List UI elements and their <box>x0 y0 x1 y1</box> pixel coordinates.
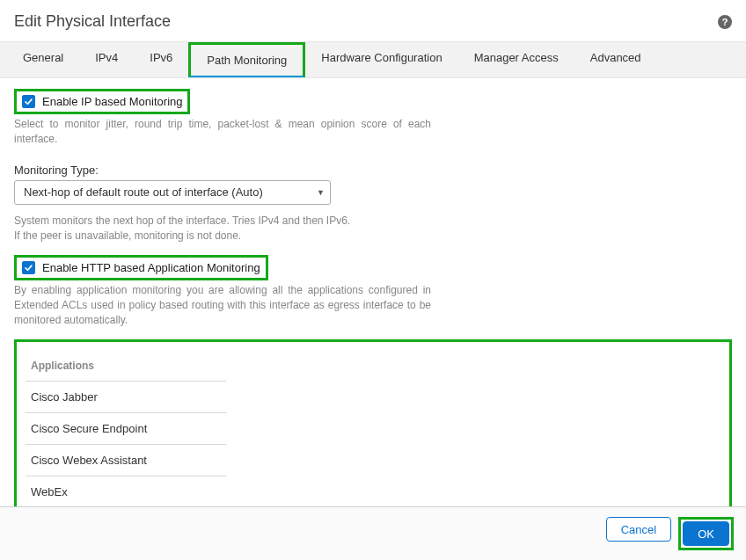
tab-hardware-configuration[interactable]: Hardware Configuration <box>305 42 457 77</box>
page-title: Edit Physical Interface <box>14 12 171 31</box>
ok-highlight: OK <box>678 517 734 550</box>
checkbox-icon <box>22 95 35 108</box>
tab-ipv4[interactable]: IPv4 <box>79 42 134 77</box>
tab-general[interactable]: General <box>7 42 79 77</box>
monitoring-type-value: Next-hop of default route out of interfa… <box>24 185 263 199</box>
table-row: WebEx <box>26 476 226 507</box>
monitoring-type-label: Monitoring Type: <box>14 164 732 177</box>
chevron-down-icon: ▼ <box>317 188 325 197</box>
table-row: Cisco Secure Endpoint <box>26 412 226 444</box>
monitoring-type-select[interactable]: Next-hop of default route out of interfa… <box>14 180 331 205</box>
help-icon[interactable]: ? <box>718 15 732 29</box>
app-name: Cisco Jabber <box>26 381 226 412</box>
enable-http-monitoring-label: Enable HTTP based Application Monitoring <box>42 261 260 274</box>
path-monitoring-pane: Enable IP based Monitoring Select to mon… <box>0 78 746 560</box>
cancel-button[interactable]: Cancel <box>606 517 671 542</box>
tab-advanced[interactable]: Advanced <box>574 42 657 77</box>
enable-ip-help-text: Select to monitor jitter, round trip tim… <box>14 117 431 148</box>
tab-ipv6[interactable]: IPv6 <box>134 42 188 77</box>
tab-bar: General IPv4 IPv6 Path Monitoring Hardwa… <box>0 41 746 78</box>
checkbox-icon <box>22 261 35 274</box>
enable-http-help-text: By enabling application monitoring you a… <box>14 283 431 329</box>
dialog-header: Edit Physical Interface ? <box>0 0 746 41</box>
app-name: WebEx <box>26 476 226 507</box>
dialog-footer: Cancel OK <box>0 506 746 560</box>
table-row: Cisco Jabber <box>26 381 226 412</box>
enable-ip-monitoring-checkbox[interactable]: Enable IP based Monitoring <box>14 89 190 114</box>
tab-path-monitoring[interactable]: Path Monitoring <box>188 42 305 77</box>
ok-button[interactable]: OK <box>683 521 729 546</box>
enable-ip-monitoring-label: Enable IP based Monitoring <box>42 95 182 108</box>
monitoring-type-help-text: System monitors the next hop of the inte… <box>14 214 431 244</box>
enable-http-monitoring-checkbox[interactable]: Enable HTTP based Application Monitoring <box>14 255 268 280</box>
tab-manager-access[interactable]: Manager Access <box>458 42 574 77</box>
applications-header: Applications <box>26 351 226 382</box>
app-name: Cisco Secure Endpoint <box>26 412 226 444</box>
app-name: Cisco Webex Assistant <box>26 444 226 476</box>
table-row: Cisco Webex Assistant <box>26 444 226 476</box>
